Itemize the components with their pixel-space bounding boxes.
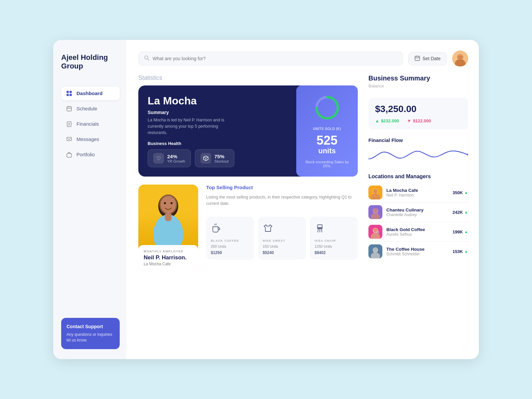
header: Set Date	[138, 51, 468, 66]
monthly-employee-tag: MONTHLY EMPLOYEE	[144, 250, 193, 253]
svg-rect-4	[67, 107, 71, 111]
financials-icon	[66, 121, 72, 127]
contact-support-card[interactable]: Contact Support Any questions or inquiri…	[61, 318, 120, 349]
main-content: Set Date Statistics	[126, 40, 479, 359]
svg-rect-1	[69, 91, 72, 93]
nike-category: NIKE SWEAT	[263, 239, 285, 242]
sidebar-item-schedule[interactable]: Schedule	[61, 102, 120, 115]
shirt-icon	[263, 223, 273, 236]
ikea-price: $8402	[315, 250, 326, 255]
svg-rect-0	[66, 91, 69, 93]
statistics-section: Statistics La Mocha Summary La Mocha is …	[138, 74, 358, 177]
chanteu-manager: Chantelle Audrey	[386, 212, 449, 217]
employee-info: MONTHLY EMPLOYEE Neil P. Harrison. La Mo…	[138, 245, 198, 271]
contact-support-text: Any questions or inquiries let us know.	[66, 332, 114, 343]
statistics-label: Statistics	[138, 74, 358, 81]
health-badges: ♡ 24% YR Growth	[148, 149, 290, 167]
blackgold-revenue-value: 199K	[453, 229, 463, 234]
employee-location: La Mocha Cafe	[144, 262, 193, 266]
location-item-coffeehouse: The Coffee House Schmidt Schneider 153K …	[368, 242, 468, 261]
lamocha-info: La Mocha Cafe Neil P. Harrison.	[386, 188, 449, 198]
growth-label: YR Growth	[167, 159, 185, 163]
svg-point-24	[459, 57, 460, 57]
sidebar-item-dashboard[interactable]: Dashboard	[61, 87, 120, 100]
sidebar-item-financials[interactable]: Financials	[61, 117, 120, 131]
search-bar[interactable]	[138, 52, 403, 66]
set-date-button[interactable]: Set Date	[408, 52, 447, 66]
coffeehouse-name: The Coffee House	[386, 247, 449, 252]
coffee-category: BLACK COFFEE	[211, 239, 239, 242]
dashboard-label: Dashboard	[76, 90, 102, 96]
user-avatar[interactable]	[452, 51, 468, 66]
svg-line-15	[148, 59, 149, 60]
blackgold-manager: Aurelis Selhus	[386, 232, 449, 237]
top-selling-section: Top Selling Product Listing the most sel…	[206, 185, 358, 271]
svg-rect-37	[165, 213, 172, 221]
coffee-units: 250 Units	[211, 244, 226, 248]
coffeehouse-avatar	[368, 244, 382, 258]
blackgold-info: Black Gold Coffee Aurelis Selhus	[386, 227, 449, 237]
svg-line-41	[322, 229, 322, 232]
financial-flow-section: Financial Flow	[368, 136, 468, 167]
svg-point-49	[373, 208, 378, 213]
health-badge-growth: ♡ 24% YR Growth	[148, 149, 191, 167]
blackgold-revenue: 199K ▲	[453, 229, 468, 234]
coffeehouse-up-icon: ▲	[464, 249, 468, 254]
lamocha-up-icon: ▲	[464, 190, 468, 195]
logo: Ajeel Holding Group	[61, 53, 120, 71]
units-unit: units	[318, 147, 336, 155]
svg-rect-2	[66, 94, 69, 96]
chanteu-avatar	[368, 205, 382, 219]
summary-text: La Mocha is led by Neil P. Harrison and …	[148, 117, 234, 136]
nike-units: 150 Units	[263, 244, 278, 248]
donut-chart	[314, 94, 340, 121]
app-container: Ajeel Holding Group Dashboard	[53, 40, 479, 359]
search-input[interactable]	[153, 56, 397, 61]
stockout-label: Stockout	[214, 159, 229, 163]
schedule-label: Schedule	[76, 106, 97, 111]
lamocha-revenue-value: 350K	[453, 190, 463, 195]
health-label: Business Health	[148, 141, 290, 146]
coffeehouse-info: The Coffee House Schmidt Schneider	[386, 247, 449, 256]
arrow-down-icon: ▼	[407, 118, 411, 123]
growth-pct: 24%	[167, 154, 185, 159]
svg-rect-16	[415, 56, 420, 61]
search-icon	[144, 55, 149, 62]
business-summary-title: Business Summary	[368, 74, 468, 82]
sidebar-item-portfolio[interactable]: Portfolio	[61, 148, 120, 161]
sidebar-item-messages[interactable]: Messages	[61, 133, 120, 146]
svg-point-34	[164, 202, 166, 204]
chanteu-up-icon: ▲	[464, 210, 468, 214]
coffeehouse-manager: Schmidt Schneider	[386, 252, 449, 256]
chanteu-revenue: 242K ▲	[453, 210, 468, 215]
product-card-coffee: BLACK COFFEE 250 Units $1250	[206, 217, 254, 260]
portfolio-label: Portfolio	[76, 152, 95, 157]
blackgold-avatar	[368, 225, 382, 239]
location-item-chanteu: Chanteu Culinary Chantelle Audrey 242K ▲	[368, 202, 468, 222]
stats-right-panel: UNITS SOLD (K) 525 units Stock exceeding…	[296, 85, 358, 177]
nike-price: $5240	[263, 250, 274, 255]
coffeehouse-revenue-value: 153K	[453, 249, 463, 254]
blackgold-name: Black Gold Coffee	[386, 227, 449, 232]
balance-amount: $3,250.00	[375, 104, 462, 114]
chanteu-revenue-value: 242K	[453, 210, 463, 215]
ikea-category: IKEA CHAIR	[315, 239, 336, 242]
calendar-icon	[415, 56, 420, 62]
svg-point-58	[373, 247, 378, 252]
employee-card: MONTHLY EMPLOYEE Neil P. Harrison. La Mo…	[138, 185, 198, 271]
svg-point-25	[461, 57, 462, 57]
svg-line-27	[206, 157, 208, 159]
svg-rect-13	[67, 154, 71, 157]
balance-label: Balance	[368, 83, 468, 88]
arrow-up-icon: ▲	[375, 118, 379, 123]
chanteu-info: Chanteu Culinary Chantelle Audrey	[386, 207, 449, 217]
sidebar: Ajeel Holding Group Dashboard	[53, 40, 126, 359]
top-selling-title: Top Selling Product	[206, 185, 358, 190]
content-row: Statistics La Mocha Summary La Mocha is …	[138, 74, 468, 271]
top-selling-desc: Listing the most selling products, in th…	[206, 194, 358, 207]
coffee-icon	[211, 223, 221, 236]
locations-section: Locations and Managers La Mocha Cafe	[368, 174, 468, 261]
chair-icon	[315, 223, 325, 236]
balance-changes: ▲ $232.000 ▼ $122.000	[375, 118, 462, 123]
svg-point-45	[373, 189, 378, 194]
